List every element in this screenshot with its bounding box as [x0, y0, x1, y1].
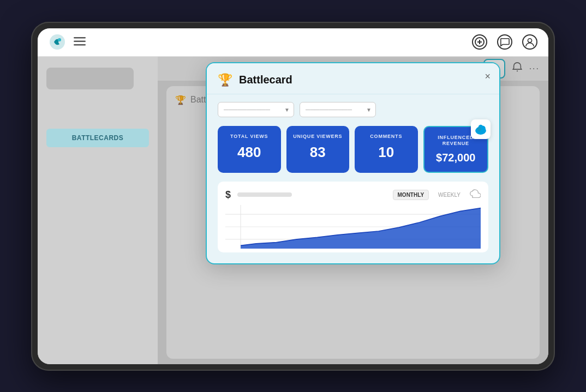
- chart-section: $ MONTHLY WEEKLY: [218, 182, 488, 252]
- main-content: BATTLECARDS: [38, 57, 548, 364]
- modal-header: 🏆 Battlecard ×: [207, 63, 499, 94]
- chart-header: $ MONTHLY WEEKLY: [225, 189, 481, 201]
- stat-card-total-views: TOTAL VIEWS 480: [218, 126, 281, 173]
- stat-value-total-views: 480: [223, 144, 276, 161]
- stat-label-comments: COMMENTS: [360, 134, 412, 140]
- dropdown-1-wrapper: ────────── ▼: [218, 102, 294, 117]
- dropdown-2-wrapper: ────────── ▼: [300, 102, 376, 117]
- salesforce-icon: [471, 119, 491, 139]
- chart-dollar-sign: $: [225, 189, 231, 201]
- logo-icon: [49, 33, 66, 51]
- sidebar-item-battlecards[interactable]: BATTLECARDS: [46, 129, 149, 147]
- stat-value-unique-viewers: 83: [292, 144, 344, 161]
- svg-rect-4: [74, 44, 86, 46]
- svg-point-14: [477, 127, 481, 131]
- nav-left: [49, 33, 86, 51]
- user-icon[interactable]: [522, 34, 537, 50]
- chart-controls: MONTHLY WEEKLY: [393, 189, 481, 200]
- stats-row: TOTAL VIEWS 480 UNIQUE VIEWERS 83: [218, 126, 488, 173]
- stat-value-influenced-revenue: $72,000: [430, 152, 482, 164]
- chat-icon[interactable]: [497, 34, 512, 50]
- svg-point-1: [58, 38, 61, 41]
- stat-card-unique-viewers: UNIQUE VIEWERS 83: [286, 126, 350, 173]
- dropdown-2[interactable]: ──────────: [300, 102, 376, 117]
- stat-label-unique-viewers: UNIQUE VIEWERS: [292, 134, 344, 140]
- weekly-button[interactable]: WEEKLY: [433, 190, 465, 200]
- top-nav: [38, 28, 548, 57]
- modal-overlay: 🏆 Battlecard × ──────────: [158, 57, 548, 364]
- sidebar: BATTLECARDS: [38, 57, 158, 364]
- svg-rect-3: [74, 40, 86, 42]
- hamburger-icon[interactable]: [74, 36, 86, 49]
- dropdown-1[interactable]: ──────────: [218, 102, 294, 117]
- stat-card-comments: COMMENTS 10: [355, 126, 418, 173]
- page-area: ··· 🏆 Battlecard 🏆 Battlecard: [158, 57, 548, 364]
- modal-close-button[interactable]: ×: [485, 71, 491, 82]
- device-frame: BATTLECARDS: [31, 22, 555, 371]
- modal-trophy-icon: 🏆: [218, 73, 232, 87]
- sidebar-placeholder-1: [46, 68, 134, 89]
- modal-title: Battlecard: [239, 74, 292, 86]
- chart-cloud-icon: [470, 189, 481, 200]
- svg-rect-2: [74, 37, 86, 39]
- stat-label-total-views: TOTAL VIEWS: [223, 134, 276, 140]
- device-screen: BATTLECARDS: [38, 28, 548, 364]
- stat-card-influenced-revenue: INFLUENCED REVENUE $72,000: [423, 126, 489, 173]
- svg-point-8: [528, 39, 531, 43]
- revenue-chart: [225, 205, 481, 249]
- stat-value-comments: 10: [360, 144, 412, 161]
- modal-body: ────────── ▼ ────────── ▼: [207, 94, 499, 263]
- analytics-modal: 🏆 Battlecard × ──────────: [206, 62, 500, 264]
- monthly-button[interactable]: MONTHLY: [393, 190, 429, 200]
- add-icon[interactable]: [472, 34, 487, 50]
- dropdowns-row: ────────── ▼ ────────── ▼: [218, 102, 488, 117]
- nav-right: [472, 34, 537, 50]
